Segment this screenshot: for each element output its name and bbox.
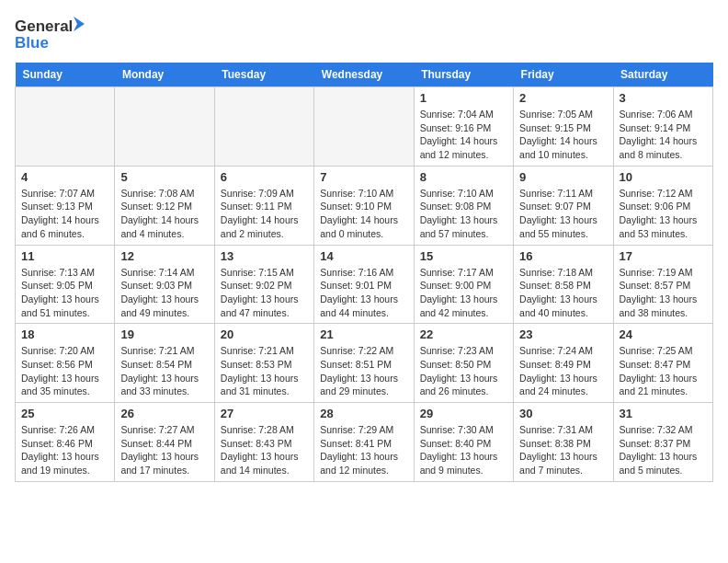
day-info: Sunrise: 7:22 AMSunset: 8:51 PMDaylight:… [320, 344, 407, 398]
day-number: 9 [519, 170, 607, 184]
day-number: 16 [519, 249, 607, 263]
logo-svg: GeneralBlue [15, 15, 88, 52]
weekday-header-wednesday: Wednesday [314, 63, 414, 87]
day-number: 12 [120, 249, 208, 263]
day-number: 26 [120, 407, 208, 420]
day-number: 30 [519, 407, 607, 420]
day-number: 19 [120, 327, 208, 341]
day-info: Sunrise: 7:07 AMSunset: 9:13 PMDaylight:… [21, 187, 108, 241]
day-number: 4 [21, 170, 108, 184]
weekday-header-row: SundayMondayTuesdayWednesdayThursdayFrid… [16, 63, 713, 87]
page-header: GeneralBlue [15, 15, 713, 52]
day-info: Sunrise: 7:23 AMSunset: 8:50 PMDaylight:… [420, 344, 507, 398]
calendar-cell: 31Sunrise: 7:32 AMSunset: 8:37 PMDayligh… [613, 403, 712, 482]
day-number: 29 [420, 407, 507, 420]
calendar-cell: 5Sunrise: 7:08 AMSunset: 9:12 PMDaylight… [115, 166, 214, 245]
calendar-week-5: 25Sunrise: 7:26 AMSunset: 8:46 PMDayligh… [16, 403, 713, 482]
weekday-header-friday: Friday [514, 63, 613, 87]
logo: GeneralBlue [15, 15, 88, 52]
day-number: 18 [21, 327, 108, 341]
day-number: 2 [519, 91, 607, 105]
day-number: 23 [519, 327, 607, 341]
calendar-cell: 18Sunrise: 7:20 AMSunset: 8:56 PMDayligh… [16, 324, 115, 403]
day-info: Sunrise: 7:25 AMSunset: 8:47 PMDaylight:… [620, 344, 707, 398]
calendar-cell: 29Sunrise: 7:30 AMSunset: 8:40 PMDayligh… [414, 403, 513, 482]
day-info: Sunrise: 7:11 AMSunset: 9:07 PMDaylight:… [519, 187, 607, 241]
calendar-cell: 17Sunrise: 7:19 AMSunset: 8:57 PMDayligh… [613, 245, 712, 324]
calendar-cell: 11Sunrise: 7:13 AMSunset: 9:05 PMDayligh… [16, 245, 115, 324]
calendar-cell: 12Sunrise: 7:14 AMSunset: 9:03 PMDayligh… [115, 245, 214, 324]
day-info: Sunrise: 7:14 AMSunset: 9:03 PMDaylight:… [120, 266, 208, 320]
calendar-cell: 13Sunrise: 7:15 AMSunset: 9:02 PMDayligh… [214, 245, 313, 324]
day-number: 1 [420, 91, 507, 105]
day-info: Sunrise: 7:06 AMSunset: 9:14 PMDaylight:… [620, 108, 707, 162]
day-info: Sunrise: 7:27 AMSunset: 8:44 PMDaylight:… [120, 423, 208, 477]
svg-text:General: General [15, 17, 73, 35]
day-number: 6 [221, 170, 308, 184]
calendar-cell: 14Sunrise: 7:16 AMSunset: 9:01 PMDayligh… [314, 245, 414, 324]
day-info: Sunrise: 7:04 AMSunset: 9:16 PMDaylight:… [420, 108, 507, 162]
calendar-cell: 3Sunrise: 7:06 AMSunset: 9:14 PMDaylight… [613, 87, 712, 167]
day-number: 27 [221, 407, 308, 420]
calendar-cell: 24Sunrise: 7:25 AMSunset: 8:47 PMDayligh… [613, 324, 712, 403]
weekday-header-saturday: Saturday [613, 63, 712, 87]
day-info: Sunrise: 7:12 AMSunset: 9:06 PMDaylight:… [620, 187, 707, 241]
day-number: 31 [620, 407, 707, 420]
calendar-cell: 30Sunrise: 7:31 AMSunset: 8:38 PMDayligh… [514, 403, 613, 482]
calendar-week-3: 11Sunrise: 7:13 AMSunset: 9:05 PMDayligh… [16, 245, 713, 324]
calendar-cell: 23Sunrise: 7:24 AMSunset: 8:49 PMDayligh… [514, 324, 613, 403]
day-number: 14 [320, 249, 407, 263]
day-info: Sunrise: 7:26 AMSunset: 8:46 PMDaylight:… [21, 423, 108, 477]
day-number: 11 [21, 249, 108, 263]
day-info: Sunrise: 7:28 AMSunset: 8:43 PMDaylight:… [221, 423, 308, 477]
calendar-cell [115, 87, 214, 167]
calendar-week-4: 18Sunrise: 7:20 AMSunset: 8:56 PMDayligh… [16, 324, 713, 403]
day-info: Sunrise: 7:31 AMSunset: 8:38 PMDaylight:… [519, 423, 607, 477]
calendar-cell: 16Sunrise: 7:18 AMSunset: 8:58 PMDayligh… [514, 245, 613, 324]
day-info: Sunrise: 7:20 AMSunset: 8:56 PMDaylight:… [21, 344, 108, 398]
weekday-header-sunday: Sunday [16, 63, 115, 87]
calendar-cell: 8Sunrise: 7:10 AMSunset: 9:08 PMDaylight… [414, 166, 513, 245]
day-info: Sunrise: 7:24 AMSunset: 8:49 PMDaylight:… [519, 344, 607, 398]
day-info: Sunrise: 7:10 AMSunset: 9:10 PMDaylight:… [320, 187, 407, 241]
calendar-cell: 28Sunrise: 7:29 AMSunset: 8:41 PMDayligh… [314, 403, 414, 482]
day-info: Sunrise: 7:32 AMSunset: 8:37 PMDaylight:… [620, 423, 707, 477]
day-info: Sunrise: 7:10 AMSunset: 9:08 PMDaylight:… [420, 187, 507, 241]
day-number: 7 [320, 170, 407, 184]
day-info: Sunrise: 7:05 AMSunset: 9:15 PMDaylight:… [519, 108, 607, 162]
calendar-week-2: 4Sunrise: 7:07 AMSunset: 9:13 PMDaylight… [16, 166, 713, 245]
calendar-cell: 15Sunrise: 7:17 AMSunset: 9:00 PMDayligh… [414, 245, 513, 324]
day-info: Sunrise: 7:09 AMSunset: 9:11 PMDaylight:… [221, 187, 308, 241]
day-info: Sunrise: 7:13 AMSunset: 9:05 PMDaylight:… [21, 266, 108, 320]
day-number: 3 [620, 91, 707, 105]
day-info: Sunrise: 7:29 AMSunset: 8:41 PMDaylight:… [320, 423, 407, 477]
day-info: Sunrise: 7:16 AMSunset: 9:01 PMDaylight:… [320, 266, 407, 320]
day-number: 25 [21, 407, 108, 420]
calendar-cell: 2Sunrise: 7:05 AMSunset: 9:15 PMDaylight… [514, 87, 613, 167]
calendar-cell: 21Sunrise: 7:22 AMSunset: 8:51 PMDayligh… [314, 324, 414, 403]
day-number: 15 [420, 249, 507, 263]
calendar-cell: 19Sunrise: 7:21 AMSunset: 8:54 PMDayligh… [115, 324, 214, 403]
day-number: 5 [120, 170, 208, 184]
calendar-cell [16, 87, 115, 167]
calendar-cell: 6Sunrise: 7:09 AMSunset: 9:11 PMDaylight… [214, 166, 313, 245]
day-number: 17 [620, 249, 707, 263]
day-info: Sunrise: 7:21 AMSunset: 8:53 PMDaylight:… [221, 344, 308, 398]
day-info: Sunrise: 7:08 AMSunset: 9:12 PMDaylight:… [120, 187, 208, 241]
calendar-cell: 4Sunrise: 7:07 AMSunset: 9:13 PMDaylight… [16, 166, 115, 245]
day-number: 8 [420, 170, 507, 184]
calendar-cell: 10Sunrise: 7:12 AMSunset: 9:06 PMDayligh… [613, 166, 712, 245]
weekday-header-tuesday: Tuesday [214, 63, 313, 87]
day-number: 28 [320, 407, 407, 420]
day-number: 24 [620, 327, 707, 341]
calendar-cell [214, 87, 313, 167]
svg-marker-2 [74, 17, 85, 31]
day-number: 10 [620, 170, 707, 184]
day-number: 20 [221, 327, 308, 341]
calendar-week-1: 1Sunrise: 7:04 AMSunset: 9:16 PMDaylight… [16, 87, 713, 167]
calendar-cell: 9Sunrise: 7:11 AMSunset: 9:07 PMDaylight… [514, 166, 613, 245]
day-info: Sunrise: 7:15 AMSunset: 9:02 PMDaylight:… [221, 266, 308, 320]
day-info: Sunrise: 7:19 AMSunset: 8:57 PMDaylight:… [620, 266, 707, 320]
calendar-cell: 20Sunrise: 7:21 AMSunset: 8:53 PMDayligh… [214, 324, 313, 403]
day-info: Sunrise: 7:18 AMSunset: 8:58 PMDaylight:… [519, 266, 607, 320]
